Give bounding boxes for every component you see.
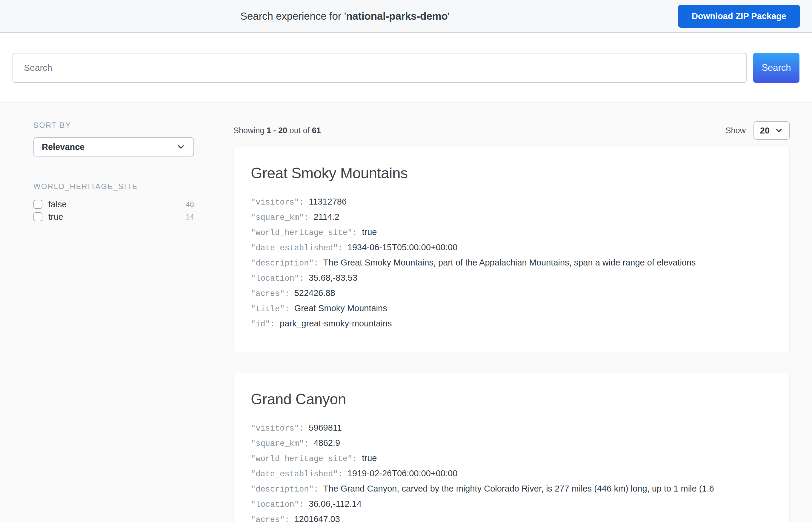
result-field: "date_established": 1919-02-26T06:00:00+… (251, 468, 773, 479)
facet-option-label: true (48, 212, 63, 222)
sort-select[interactable]: Relevance (34, 137, 194, 157)
field-key: "description": (251, 259, 318, 268)
page-title-suffix: ' (448, 10, 450, 22)
result-field: "world_heritage_site": true (251, 227, 773, 237)
search-button[interactable]: Search (753, 53, 799, 83)
facet-option-label: false (48, 200, 67, 209)
engine-name: national-parks-demo (346, 10, 447, 22)
facet-options: false 46 true 14 (34, 199, 194, 222)
results-meta-row: Showing 1 - 20 out of 61 Show 20 (233, 121, 790, 140)
field-key: "location": (251, 274, 304, 283)
field-value: true (362, 453, 377, 463)
result-field: "acres": 522426.88 (251, 288, 773, 298)
field-value: true (362, 227, 377, 237)
result-card: Great Smoky Mountains "visitors": 113127… (233, 147, 790, 353)
field-value: The Grand Canyon, carved by the mighty C… (323, 484, 714, 494)
result-field: "description": The Grand Canyon, carved … (251, 484, 773, 494)
chevron-down-icon (176, 142, 186, 152)
field-value: 4862.9 (313, 438, 340, 448)
field-key: "date_established": (251, 470, 343, 479)
field-key: "id": (251, 320, 275, 329)
result-field: "location": 36.06,-112.14 (251, 499, 773, 509)
field-value: 2114.2 (313, 212, 339, 222)
field-value: 1201647.03 (294, 514, 340, 522)
result-field: "date_established": 1934-06-15T05:00:00+… (251, 242, 773, 253)
page-title-prefix: Search experience for ' (240, 10, 346, 22)
result-title: Grand Canyon (251, 390, 773, 408)
facet-option-count: 46 (186, 200, 194, 209)
field-key: "acres": (251, 516, 290, 522)
field-value: park_great-smoky-mountains (280, 319, 392, 328)
result-title: Great Smoky Mountains (251, 164, 773, 182)
checkbox-icon[interactable] (34, 212, 42, 221)
result-field: "description": The Great Smoky Mountains… (251, 258, 773, 268)
result-field: "acres": 1201647.03 (251, 514, 773, 522)
result-field: "square_km": 4862.9 (251, 438, 773, 448)
sort-selected-value: Relevance (42, 142, 176, 152)
field-key: "visitors": (251, 198, 304, 207)
field-key: "visitors": (251, 424, 304, 433)
results-count-range: 1 - 20 (267, 126, 287, 135)
page-title: Search experience for 'national-parks-de… (12, 10, 678, 22)
results-column: Showing 1 - 20 out of 61 Show 20 Great S… (233, 121, 790, 522)
results-count-middle: out of (287, 126, 312, 135)
page-size-value: 20 (760, 126, 770, 136)
app-header: Search experience for 'national-parks-de… (0, 0, 812, 33)
show-label: Show (725, 126, 746, 135)
facet-option-count: 14 (186, 213, 194, 221)
field-value: 522426.88 (294, 288, 335, 298)
field-key: "acres": (251, 289, 290, 298)
field-value: 5969811 (309, 423, 342, 433)
results-count-prefix: Showing (233, 126, 267, 135)
sort-by-label: SORT BY (34, 121, 194, 129)
facet-option-false[interactable]: false 46 (34, 199, 194, 210)
page-size-select[interactable]: 20 (753, 121, 790, 140)
sidebar: SORT BY Relevance WORLD_HERITAGE_SITE fa… (34, 121, 194, 522)
result-field: "square_km": 2114.2 (251, 212, 773, 222)
search-bar: Search (0, 33, 812, 102)
result-field: "world_heritage_site": true (251, 453, 773, 463)
field-key: "square_km": (251, 213, 309, 222)
search-input[interactable] (13, 53, 747, 83)
result-field: "visitors": 5969811 (251, 423, 773, 433)
field-value: The Great Smoky Mountains, part of the A… (323, 258, 696, 267)
result-field: "location": 35.68,-83.53 (251, 273, 773, 283)
field-value: 11312786 (309, 197, 347, 207)
field-key: "world_heritage_site": (251, 455, 357, 463)
result-field: "visitors": 11312786 (251, 197, 773, 207)
chevron-down-icon (774, 126, 783, 135)
download-zip-button[interactable]: Download ZIP Package (678, 5, 800, 28)
results-count: Showing 1 - 20 out of 61 (233, 126, 321, 135)
result-field: "id": park_great-smoky-mountains (251, 319, 773, 329)
field-key: "world_heritage_site": (251, 228, 357, 237)
content-area: SORT BY Relevance WORLD_HERITAGE_SITE fa… (0, 102, 812, 522)
page-size-group: Show 20 (725, 121, 790, 140)
results-count-total: 61 (312, 126, 321, 135)
field-value: 1919-02-26T06:00:00+00:00 (348, 468, 457, 478)
result-field: "title": Great Smoky Mountains (251, 303, 773, 314)
field-key: "title": (251, 305, 290, 314)
facet-label: WORLD_HERITAGE_SITE (34, 182, 194, 191)
field-key: "date_established": (251, 244, 343, 253)
field-value: Great Smoky Mountains (294, 303, 387, 313)
field-value: 35.68,-83.53 (309, 273, 357, 283)
field-value: 36.06,-112.14 (309, 499, 361, 509)
field-value: 1934-06-15T05:00:00+00:00 (348, 242, 457, 252)
field-key: "description": (251, 485, 318, 494)
field-key: "location": (251, 500, 304, 509)
checkbox-icon[interactable] (34, 200, 42, 209)
result-card: Grand Canyon "visitors": 5969811 "square… (233, 373, 790, 522)
field-key: "square_km": (251, 439, 309, 448)
facet-option-true[interactable]: true 14 (34, 211, 194, 222)
